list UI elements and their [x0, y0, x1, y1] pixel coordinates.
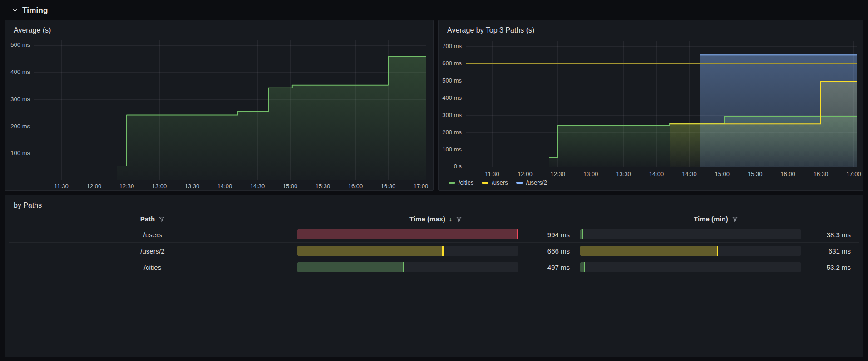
section-row-timing[interactable]: Timing: [12, 6, 48, 15]
x-axis-tick-label: 16:30: [381, 183, 396, 190]
legend-label: /cities: [459, 179, 473, 186]
y-axis-tick-label: 400 ms: [442, 94, 462, 101]
path-cell: /cities: [9, 263, 296, 271]
gauge-tip: [517, 229, 518, 239]
gauge-track: [297, 246, 518, 256]
gauge-track: [580, 229, 801, 239]
panel-by-paths: by Paths Path Time (max)↓ Time (min) /us…: [5, 195, 863, 357]
gauge-cell-min: 631 ms: [575, 243, 857, 259]
x-axis-tick-label: 16:00: [348, 183, 363, 190]
column-header-label: Time (max): [409, 215, 445, 223]
series-fill-average: [117, 57, 426, 180]
column-header-label: Time (min): [694, 215, 728, 223]
x-axis-tick-label: 14:30: [682, 171, 697, 177]
column-header-time-min[interactable]: Time (min): [575, 215, 857, 223]
gauge-fill: [580, 262, 584, 272]
gauge-cell-max: 497 ms: [296, 259, 575, 275]
average-timeseries-chart[interactable]: 500 ms400 ms300 ms200 ms100 ms11:3012:00…: [5, 20, 433, 190]
y-axis-tick-label: 100 ms: [10, 150, 30, 156]
panel-average-top3-paths: Average by Top 3 Paths (s) 700 ms600 ms5…: [438, 20, 863, 191]
table-row: /users/2 666 ms 631 ms: [9, 243, 859, 259]
gauge-cell-min: 38.3 ms: [575, 226, 857, 243]
y-axis-tick-label: 100 ms: [442, 146, 462, 153]
column-header-path[interactable]: Path: [9, 215, 296, 223]
table-row: /users 994 ms 38.3 ms: [9, 226, 859, 243]
column-header-time-max[interactable]: Time (max)↓: [296, 215, 575, 223]
panel-title-by-paths[interactable]: by Paths: [14, 201, 42, 210]
table-header-row: Path Time (max)↓ Time (min): [9, 212, 859, 226]
y-axis-tick-label: 500 ms: [10, 41, 30, 48]
gauge-fill: [297, 262, 403, 272]
legend-item-users-2[interactable]: /users/2: [516, 179, 547, 186]
y-axis-tick-label: 600 ms: [442, 60, 462, 67]
x-axis-tick-label: 13:30: [185, 183, 200, 190]
gauge-value: 631 ms: [801, 247, 851, 255]
sort-desc-icon[interactable]: ↓: [449, 215, 452, 223]
gauge-value: 38.3 ms: [801, 231, 851, 239]
x-axis-tick-label: 14:00: [649, 171, 664, 177]
gauge-tip: [442, 246, 444, 256]
x-axis-tick-label: 15:00: [715, 171, 730, 177]
y-axis-tick-label: 400 ms: [10, 68, 30, 75]
legend-color-pill: [516, 182, 523, 184]
panel-title-average-top3[interactable]: Average by Top 3 Paths (s): [447, 26, 534, 34]
filter-icon[interactable]: [158, 216, 165, 222]
avg-canvas[interactable]: 500 ms400 ms300 ms200 ms100 ms11:3012:00…: [5, 20, 433, 190]
x-axis-tick-label: 14:30: [250, 183, 265, 190]
x-axis-tick-label: 17:00: [414, 183, 429, 190]
x-axis-tick-label: 14:00: [217, 183, 232, 190]
filter-icon[interactable]: [732, 216, 738, 222]
y-axis-tick-label: 200 ms: [442, 129, 462, 136]
panel-title-average[interactable]: Average (s): [14, 26, 51, 34]
grafana-dashboard: Timing Average (s) 500 ms400 ms300 ms200…: [0, 0, 868, 361]
gauge-cell-max: 994 ms: [296, 226, 575, 243]
gauge-value: 497 ms: [518, 263, 570, 271]
filter-icon[interactable]: [456, 216, 462, 222]
gauge-fill: [580, 246, 717, 256]
column-header-label: Path: [140, 215, 155, 223]
chevron-down-icon: [12, 7, 18, 14]
gauge-track: [297, 229, 518, 239]
paths-table: Path Time (max)↓ Time (min) /users 994 m…: [9, 212, 859, 275]
x-axis-tick-label: 13:30: [616, 171, 631, 177]
chart-legend: /cities /users /users/2: [449, 179, 547, 186]
y-axis-tick-label: 0 s: [454, 163, 462, 170]
y-axis-tick-label: 200 ms: [10, 123, 30, 130]
legend-item-users[interactable]: /users: [482, 179, 508, 186]
legend-color-pill: [449, 182, 455, 184]
gauge-track: [297, 262, 518, 272]
gauge-value: 994 ms: [518, 231, 570, 239]
path-cell: /users: [9, 231, 296, 239]
gauge-fill: [297, 246, 442, 256]
section-title: Timing: [22, 6, 48, 15]
gauge-track: [580, 262, 801, 272]
gauge-value: 666 ms: [518, 247, 570, 255]
gauge-tip: [717, 246, 718, 256]
avg-top3-canvas[interactable]: 700 ms600 ms500 ms400 ms300 ms200 ms100 …: [439, 20, 863, 190]
x-axis-tick-label: 12:30: [119, 183, 134, 190]
x-axis-tick-label: 12:30: [551, 171, 566, 177]
legend-color-pill: [482, 182, 488, 184]
y-axis-tick-label: 300 ms: [442, 112, 462, 118]
path-cell: /users/2: [9, 247, 296, 255]
x-axis-tick-label: 12:00: [87, 183, 102, 190]
gauge-value: 53.2 ms: [801, 263, 851, 271]
x-axis-tick-label: 15:30: [316, 183, 330, 190]
panel-average: Average (s) 500 ms400 ms300 ms200 ms100 …: [5, 20, 434, 191]
series-fill-users-2: [700, 55, 857, 167]
gauge-tip: [403, 262, 404, 272]
gauge-track: [580, 246, 801, 256]
x-axis-tick-label: 15:00: [283, 183, 298, 190]
gauge-cell-max: 666 ms: [296, 243, 575, 259]
gauge-tip: [582, 229, 583, 239]
y-axis-tick-label: 500 ms: [442, 77, 462, 84]
gauge-cell-min: 53.2 ms: [575, 259, 857, 275]
y-axis-tick-label: 700 ms: [442, 43, 462, 49]
x-axis-tick-label: 15:30: [748, 171, 763, 177]
gauge-tip: [584, 262, 585, 272]
x-axis-tick-label: 13:00: [583, 171, 598, 177]
gauge-fill: [297, 229, 518, 239]
top3-paths-timeseries-chart[interactable]: 700 ms600 ms500 ms400 ms300 ms200 ms100 …: [439, 20, 863, 190]
x-axis-tick-label: 11:30: [54, 183, 69, 190]
legend-item-cities[interactable]: /cities: [449, 179, 473, 186]
